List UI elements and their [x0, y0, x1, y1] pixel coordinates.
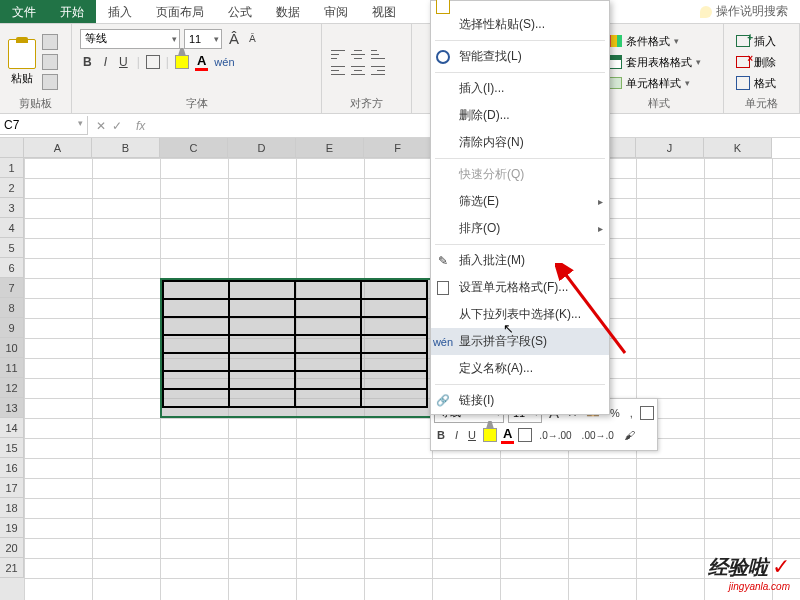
mini-border-button[interactable] [640, 406, 654, 420]
mini-italic[interactable]: I [452, 427, 461, 443]
ctx-link[interactable]: 链接(I) [431, 387, 609, 414]
conditional-formatting-button[interactable]: 条件格式 ▾ [602, 33, 705, 50]
col-header-C[interactable]: C [160, 138, 228, 158]
row-header-5[interactable]: 5 [0, 238, 24, 258]
row-header-1[interactable]: 1 [0, 158, 24, 178]
mini-underline[interactable]: U [465, 427, 479, 443]
row-header-21[interactable]: 21 [0, 558, 24, 578]
ctx-insert-comment[interactable]: ✎插入批注(M) [431, 247, 609, 274]
col-header-F[interactable]: F [364, 138, 432, 158]
row-header-16[interactable]: 16 [0, 458, 24, 478]
format-painter-icon[interactable] [42, 74, 58, 90]
underline-button[interactable]: U [116, 53, 131, 71]
ctx-insert[interactable]: 插入(I)... [431, 75, 609, 102]
row-header-20[interactable]: 20 [0, 538, 24, 558]
tab-home[interactable]: 开始 [48, 0, 96, 23]
tab-data[interactable]: 数据 [264, 0, 312, 23]
format-as-table-button[interactable]: 套用表格格式 ▾ [602, 54, 705, 71]
bold-button[interactable]: B [80, 53, 95, 71]
ctx-phonetic[interactable]: wén显示拼音字段(S) [431, 328, 609, 355]
font-size-combo[interactable]: 11 [184, 29, 222, 49]
ribbon: 粘贴 剪贴板 等线 11 Â Ǎ B I U | | [0, 24, 800, 114]
align-center-icon[interactable] [350, 63, 366, 77]
context-menu: 选择性粘贴(S)... 智能查找(L) 插入(I)... 删除(D)... 清除… [430, 0, 610, 415]
tab-formulas[interactable]: 公式 [216, 0, 264, 23]
col-header-B[interactable]: B [92, 138, 160, 158]
row-header-8[interactable]: 8 [0, 298, 24, 318]
mini-font-color[interactable]: A [501, 426, 514, 444]
fill-color-button[interactable] [175, 55, 189, 69]
format-cells-button[interactable]: 格式 [732, 75, 780, 92]
row-header-4[interactable]: 4 [0, 218, 24, 238]
ctx-format-cells[interactable]: 设置单元格格式(F)... [431, 274, 609, 301]
italic-button[interactable]: I [101, 53, 110, 71]
col-header-J[interactable]: J [636, 138, 704, 158]
tab-view[interactable]: 视图 [360, 0, 408, 23]
mini-format-painter[interactable]: 🖌 [621, 427, 638, 443]
col-header-D[interactable]: D [228, 138, 296, 158]
row-header-14[interactable]: 14 [0, 418, 24, 438]
align-middle-icon[interactable] [350, 47, 366, 61]
mini-bold[interactable]: B [434, 427, 448, 443]
grow-font-button[interactable]: Â [226, 28, 242, 49]
mini-dec-decimal[interactable]: .00→.0 [579, 428, 617, 443]
row-header-9[interactable]: 9 [0, 318, 24, 338]
row-header-10[interactable]: 10 [0, 338, 24, 358]
row-header-3[interactable]: 3 [0, 198, 24, 218]
ctx-paste-icon-row[interactable] [431, 1, 609, 11]
mini-fill-color[interactable] [483, 428, 497, 442]
row-header-15[interactable]: 15 [0, 438, 24, 458]
row-header-19[interactable]: 19 [0, 518, 24, 538]
ctx-smart-lookup[interactable]: 智能查找(L) [431, 43, 609, 70]
align-left-icon[interactable] [330, 63, 346, 77]
ctx-paste-special[interactable]: 选择性粘贴(S)... [431, 11, 609, 38]
tab-tellme[interactable]: 操作说明搜索 [688, 0, 800, 23]
sheet-area: ABCDEFGHIJK 1234567891011121314151617181… [0, 138, 800, 600]
ctx-filter[interactable]: 筛选(E) [431, 188, 609, 215]
ctx-define-name[interactable]: 定义名称(A)... [431, 355, 609, 382]
border-button[interactable] [146, 55, 160, 69]
bordered-table [162, 280, 428, 408]
ctx-clear[interactable]: 清除内容(N) [431, 129, 609, 156]
cell-styles-button[interactable]: 单元格样式 ▾ [602, 75, 705, 92]
tab-layout[interactable]: 页面布局 [144, 0, 216, 23]
phonetic-guide-icon[interactable]: wén [214, 56, 234, 68]
row-header-17[interactable]: 17 [0, 478, 24, 498]
font-name-combo[interactable]: 等线 [80, 29, 180, 49]
delete-cells-button[interactable]: 删除 [732, 54, 780, 71]
ctx-sort[interactable]: 排序(O) [431, 215, 609, 242]
paste-button[interactable]: 粘贴 [8, 39, 36, 86]
ctx-dropdown-list[interactable]: 从下拉列表中选择(K)... [431, 301, 609, 328]
cancel-button[interactable]: ✕ [96, 119, 106, 133]
fx-icon[interactable]: fx [130, 119, 151, 133]
tab-insert[interactable]: 插入 [96, 0, 144, 23]
cells-canvas[interactable] [24, 158, 800, 600]
col-header-E[interactable]: E [296, 138, 364, 158]
mini-inc-decimal[interactable]: .0→.00 [536, 428, 574, 443]
name-box[interactable]: C7 [0, 116, 88, 135]
row-header-11[interactable]: 11 [0, 358, 24, 378]
tab-review[interactable]: 审阅 [312, 0, 360, 23]
ctx-delete[interactable]: 删除(D)... [431, 102, 609, 129]
shrink-font-button[interactable]: Ǎ [246, 31, 259, 46]
tab-file[interactable]: 文件 [0, 0, 48, 23]
enter-button[interactable]: ✓ [112, 119, 122, 133]
row-header-18[interactable]: 18 [0, 498, 24, 518]
copy-icon[interactable] [42, 54, 58, 70]
align-top-icon[interactable] [330, 47, 346, 61]
cut-icon[interactable] [42, 34, 58, 50]
align-right-icon[interactable] [370, 63, 386, 77]
insert-cells-button[interactable]: 插入 [732, 33, 780, 50]
select-all-corner[interactable] [0, 138, 24, 158]
row-header-12[interactable]: 12 [0, 378, 24, 398]
row-header-7[interactable]: 7 [0, 278, 24, 298]
row-header-2[interactable]: 2 [0, 178, 24, 198]
row-header-13[interactable]: 13 [0, 398, 24, 418]
row-header-6[interactable]: 6 [0, 258, 24, 278]
align-bottom-icon[interactable] [370, 47, 386, 61]
font-color-button[interactable]: A [195, 53, 208, 71]
col-header-A[interactable]: A [24, 138, 92, 158]
mini-borders[interactable] [518, 428, 532, 442]
mini-comma-button[interactable]: , [627, 405, 636, 421]
col-header-K[interactable]: K [704, 138, 772, 158]
